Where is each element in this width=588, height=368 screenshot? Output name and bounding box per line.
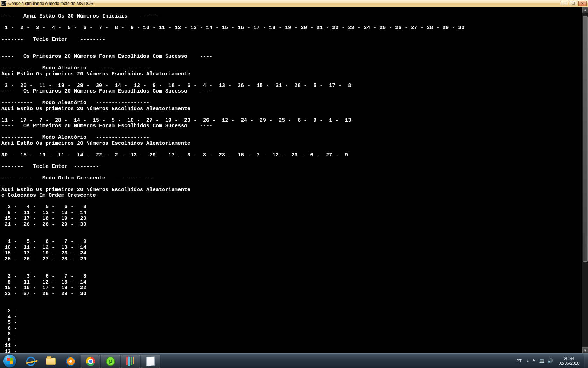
console-line [1,297,587,303]
chevron-up-icon[interactable]: ▴ [527,358,529,363]
taskbar-item-file-explorer[interactable] [41,355,60,368]
console-line: 10 - 11 - 12 - 13 - 14 [1,245,587,251]
console-line [1,227,587,233]
console-line [1,199,587,205]
console-line: 2 - 20 - 11 - 19 - 29 - 30 - 14 - 12 - 9… [1,83,587,89]
taskbar-pinned-area: µ [20,354,160,368]
file-explorer-icon [46,356,56,367]
console-line [1,77,587,83]
console-line [1,48,587,54]
taskbar-item-internet-explorer[interactable] [21,355,40,368]
console-line [1,146,587,152]
maximize-button[interactable]: ❐ [569,1,578,6]
language-indicator[interactable]: PT [515,359,523,363]
close-button[interactable]: ✕ [578,1,587,6]
console-line: 11 - [1,343,587,349]
scroll-down-button[interactable]: ▼ [582,347,588,353]
console-line: 1 - 5 - 6 - 7 - 9 [1,239,587,245]
console-line: 2 - 4 - 5 - 6 - 8 [1,204,587,210]
taskbar-item-notepad[interactable] [141,355,160,368]
notepad-icon [145,356,156,367]
clock-date: 02/05/2018 [559,361,580,366]
console-line [1,158,587,164]
console-line [1,19,587,25]
console-line [1,60,587,66]
vertical-scrollbar[interactable]: ▲ ▼ [582,7,588,353]
taskbar-item-library-app[interactable] [121,355,140,368]
console-line: ---------- Modo Aleatório --------------… [1,66,587,71]
console-line: 15 - 16 - 17 - 19 - 22 [1,285,587,291]
window-title: Console simulando o modo texto do MS-DOS [8,1,93,6]
clock[interactable]: 20:34 02/05/2018 [556,356,582,366]
console-line: ------- Tecle Enter -------- [1,164,587,170]
windows-logo-icon [6,358,14,364]
console-line: 25 - 26 - 27 - 28 - 29 [1,257,587,263]
window-titlebar: C:\ Console simulando o modo texto do MS… [0,0,588,7]
taskbar: µ PT ▴⚑💻🔊 20:34 02/05/2018 [0,353,588,368]
console-line: 9 - [1,338,587,343]
taskbar-item-google-chrome[interactable] [81,355,100,368]
console-output: ---- Aqui Estão Os 30 Números Iniciais -… [0,7,588,353]
internet-explorer-icon [26,356,36,367]
console-line: 2 - 3 - 6 - 7 - 8 [1,274,587,280]
console-line: 23 - 27 - 28 - 29 - 30 [1,291,587,297]
console-line: ------- Tecle Enter -------- [1,37,587,43]
utorrent-icon: µ [105,356,116,367]
console-line: 30 - 15 - 19 - 11 - 14 - 22 - 2 - 13 - 2… [1,152,587,158]
show-desktop-button[interactable] [584,354,588,368]
volume-icon[interactable]: 🔊 [547,358,553,363]
console-line: Aqui Estão Os primeiros 20 Números Escol… [1,71,587,77]
console-line: ---- Aqui Estão Os 30 Números Iniciais -… [1,14,587,20]
google-chrome-icon [85,356,96,367]
console-line: 2 - [1,308,587,314]
console-line: ---------- Modo Ordem Crescente --------… [1,176,587,182]
console-line [1,95,587,101]
console-line: e Colocados Em Ordem Crescente [1,193,587,199]
system-tray: PT ▴⚑💻🔊 20:34 02/05/2018 [513,354,584,368]
clock-time: 20:34 [559,356,580,361]
console-line [1,303,587,309]
console-line [1,112,587,118]
console-line [1,181,587,187]
console-line [1,233,587,239]
taskbar-item-utorrent[interactable]: µ [101,355,120,368]
console-line [1,170,587,176]
minimize-button[interactable]: – [560,1,568,6]
app-icon: C:\ [1,1,6,6]
console-line: ---------- Modo Aleatório --------------… [1,100,587,106]
console-line: ---- Os Primeiros 20 Números Foram Escol… [1,123,587,129]
console-line: ---- Os Primeiros 20 Números Foram Escol… [1,89,587,95]
console-line: 6 - [1,326,587,332]
taskbar-item-windows-media-player[interactable] [61,355,80,368]
console-line [1,31,587,37]
console-line: 1 - 2 - 3 - 4 - 5 - 6 - 7 - 8 - 9 - 10 -… [1,25,587,31]
scroll-up-button[interactable]: ▲ [582,7,588,13]
scrollbar-track[interactable] [582,13,588,347]
console-line: ---- Os Primeiros 20 Números Foram Escol… [1,54,587,60]
console-line: Aqui Estão Os primeiros 20 Números Escol… [1,106,587,112]
console-line [1,42,587,48]
console-line: ---------- Modo Aleatório --------------… [1,135,587,141]
console-line [1,268,587,274]
network-icon[interactable]: 💻 [539,358,545,363]
console-line: Aqui Estão Os primeiros 20 Números Escol… [1,141,587,147]
flag-icon[interactable]: ⚑ [532,358,536,363]
console-line: 5 - [1,320,587,326]
console-line: 12 - [1,349,587,354]
scrollbar-thumb[interactable] [583,16,588,262]
console-line: 4 - [1,314,587,320]
console-line: Aqui Estão Os primeiros 20 Números Escol… [1,187,587,193]
library-app-icon [125,356,136,367]
console-line [1,129,587,135]
console-line: 9 - 11 - 12 - 13 - 14 [1,210,587,216]
console-line: 8 - [1,332,587,338]
console-line: 11 - 17 - 7 - 28 - 14 - 15 - 5 - 10 - 27… [1,118,587,124]
console-line: 15 - 17 - 18 - 19 - 20 [1,216,587,222]
console-line [1,8,587,14]
console-line: 9 - 11 - 12 - 13 - 14 [1,280,587,286]
start-button[interactable] [0,354,20,368]
console-line [1,262,587,268]
console-line: 21 - 26 - 28 - 29 - 30 [1,222,587,228]
console-line: 15 - 17 - 19 - 23 - 24 [1,251,587,257]
windows-media-player-icon [65,356,76,367]
